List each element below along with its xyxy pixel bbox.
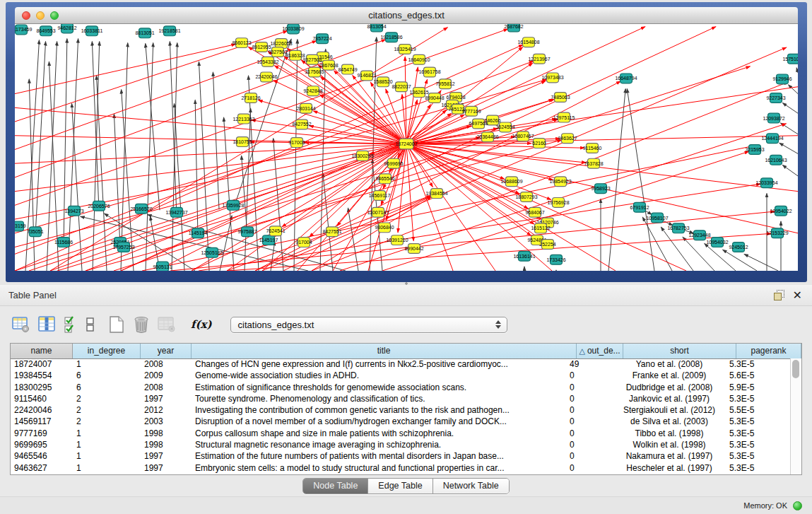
graph-node-label: 12923448 <box>688 233 710 238</box>
tab-node-table[interactable]: Node Table <box>303 479 368 493</box>
column-header-year[interactable]: year <box>141 344 192 358</box>
column-header-pagerank[interactable]: pagerank <box>736 344 801 358</box>
graph-edge <box>782 165 798 175</box>
graph-node-label: 10973483 <box>541 75 563 80</box>
graph-node-label: 9115460 <box>583 146 602 151</box>
table-row[interactable]: 1830029562008Estimation of significance … <box>11 382 791 393</box>
table-row[interactable]: 1456911722003Disruption of a novel membe… <box>11 416 791 427</box>
graph-node-label: 20364486 <box>476 134 498 139</box>
show-column-icon[interactable] <box>38 316 57 333</box>
table-row[interactable]: 2242004622012Investigating the contribut… <box>11 404 791 416</box>
cell-pagerank: 5.3E-5 <box>726 439 791 450</box>
graph-node-label: 11007147 <box>367 210 389 215</box>
graph-edge <box>92 42 99 211</box>
graph-edge <box>406 144 519 194</box>
graph-node-label: 10391210 <box>386 238 408 243</box>
graph-node-label: 22420046 <box>255 74 277 79</box>
graph-node-label: 8427552 <box>292 122 311 127</box>
cell-out_degree: 0 <box>566 393 613 404</box>
network-canvas[interactable]: 2117345986495539462812160338118813051192… <box>15 24 798 271</box>
graph-node-label: 1394273 <box>64 209 83 214</box>
cell-pagerank: 5.3E-5 <box>726 358 791 370</box>
graph-node-label: 18226058 <box>270 41 292 46</box>
memory-status-label: Memory: OK <box>743 501 787 510</box>
column-header-in_degree[interactable]: in_degree <box>73 344 141 358</box>
table-row[interactable]: 1872400712008Changes of HCN gene express… <box>11 358 791 370</box>
graph-edge <box>15 29 508 205</box>
cell-year: 1997 <box>141 450 192 462</box>
graph-node-label: 9463627 <box>558 136 577 141</box>
function-builder-icon[interactable]: f(x) <box>191 318 212 331</box>
network-window-titlebar[interactable]: citations_edges.txt <box>15 7 798 24</box>
new-table-icon[interactable] <box>108 315 125 334</box>
graph-node-label: 16033811 <box>81 28 103 33</box>
close-panel-icon[interactable]: ✕ <box>793 290 802 300</box>
cell-year: 2008 <box>141 358 192 370</box>
column-header-title[interactable]: title <box>192 344 577 358</box>
cell-pagerank: 5.3E-5 <box>726 393 791 404</box>
vertical-scrollbar[interactable] <box>790 358 801 474</box>
delete-table-icon[interactable] <box>158 316 176 333</box>
graph-node-label: 62160 <box>532 141 546 146</box>
table-panel: Table Panel ✕ <box>0 285 812 497</box>
cell-pagerank: 5.5E-5 <box>726 404 791 416</box>
table-header-row: namein_degreeyeartitle△out_de...shortpag… <box>11 344 801 359</box>
graph-node-label: 14569117 <box>369 193 391 198</box>
column-header-out_degree[interactable]: △out_de... <box>577 344 623 358</box>
graph-edge <box>406 144 553 180</box>
graph-node-label: 12975115 <box>553 115 575 120</box>
float-panel-icon[interactable] <box>774 290 784 300</box>
cell-in_degree: 2 <box>73 416 141 427</box>
graph-node-label: 12213363 <box>233 117 254 122</box>
tab-edge-table[interactable]: Edge Table <box>368 479 433 493</box>
table-settings-icon[interactable] <box>12 316 30 333</box>
graph-node-label: 9465546 <box>375 176 394 181</box>
table-panel-header: Table Panel ✕ <box>0 285 812 306</box>
table-body: 1872400712008Changes of HCN gene express… <box>11 358 791 474</box>
cell-title: Estimation of significance thresholds fo… <box>192 382 566 393</box>
cell-name: 18724007 <box>11 358 73 370</box>
graph-node-label: 3624554 <box>495 124 514 129</box>
delete-row-trash-icon[interactable] <box>133 315 150 334</box>
cell-pagerank: 5.3E-5 <box>726 462 791 474</box>
table-row[interactable]: 946554611997Estimation of the future num… <box>11 450 791 462</box>
scrollbar-thumb[interactable] <box>792 360 799 378</box>
cell-out_degree: 49 <box>566 358 613 370</box>
memory-ok-indicator-icon <box>793 501 802 510</box>
cell-pagerank: 5.3E-5 <box>726 416 791 427</box>
column-header-short[interactable]: short <box>623 344 736 358</box>
graph-node-label: 15751074 <box>782 57 798 62</box>
graph-node-label: 7624541 <box>266 228 285 233</box>
graph-node-label: 16961758 <box>418 70 440 75</box>
cell-short: Franke et al. (2009) <box>613 370 726 381</box>
graph-node-label: 9684067 <box>525 210 544 215</box>
table-row[interactable]: 1938455462009Genome-wide association stu… <box>11 370 791 381</box>
table-selector-dropdown[interactable]: citations_edges.txt <box>230 317 507 333</box>
tab-network-table[interactable]: Network Table <box>433 479 509 493</box>
column-header-name[interactable]: name <box>11 344 73 358</box>
graph-node-label: 8990442 <box>404 246 423 251</box>
form-view-icon[interactable] <box>86 315 95 334</box>
graph-node-label: 9505131 <box>153 264 172 269</box>
cell-title: Investigating the contribution of common… <box>192 404 566 416</box>
table-row[interactable]: 911546021997Tourette syndrome. Phenomeno… <box>11 393 791 404</box>
graph-node-label: 2687682 <box>504 24 523 29</box>
table-row[interactable]: 977716911998Corpus callosum shape and si… <box>11 428 791 439</box>
graph-node-label: 10958107 <box>646 216 668 221</box>
graph-node-label: 9146821 <box>357 73 376 78</box>
graph-node-label: 9806840 <box>375 225 394 230</box>
graph-node-label: 3175685 <box>305 70 324 75</box>
graph-node-label: 6791912 <box>630 205 649 210</box>
graph-node-label: 8822037 <box>392 84 411 89</box>
table-row[interactable]: 969969511998Structural magnetic resonanc… <box>11 439 791 450</box>
graph-node-label: 9958923 <box>591 186 610 191</box>
citation-network-graph: 2117345986495539462812160338118813051192… <box>15 24 798 271</box>
cell-year: 1997 <box>141 462 192 474</box>
graph-edge <box>789 85 798 94</box>
cell-short: Hescheler et al. (1997) <box>613 462 726 474</box>
graph-node-label: 1362615 <box>409 90 428 95</box>
select-columns-icon[interactable] <box>64 315 78 334</box>
table-row[interactable]: 946362711997Embryonic stem cells: a mode… <box>11 462 791 474</box>
cell-in_degree: 2 <box>73 404 141 416</box>
cell-name: 9463627 <box>11 462 73 474</box>
